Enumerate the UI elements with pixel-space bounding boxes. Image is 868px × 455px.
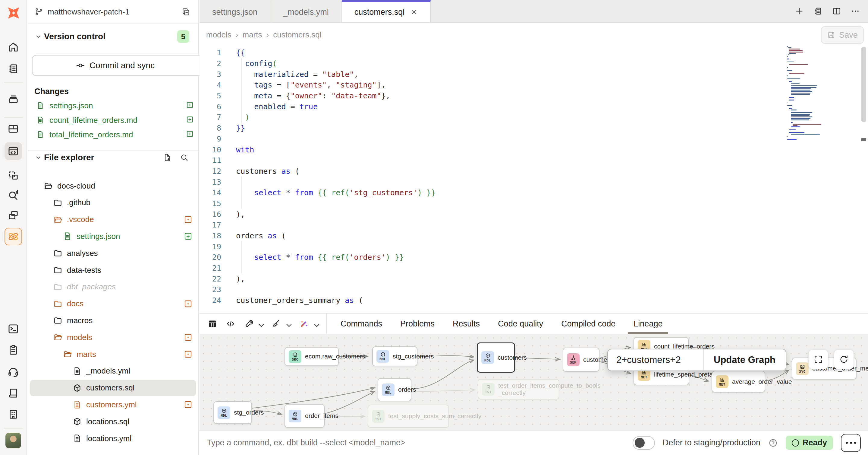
tree-item-data-tests[interactable]: data-tests (30, 262, 196, 278)
new-file-icon[interactable] (163, 153, 172, 162)
panel-tool-magic-pen-icon[interactable] (299, 319, 319, 329)
indent-guide (241, 198, 242, 209)
save-button[interactable]: Save (821, 26, 864, 44)
lineage-node-ecom.raw_customers[interactable]: SRCecom.raw_customers (284, 347, 339, 366)
tree-item-marts[interactable]: marts (30, 346, 196, 362)
stage-file-plus-icon[interactable] (181, 101, 191, 110)
rail-item-clipboard-icon[interactable] (4, 341, 22, 359)
lineage-node-average_order_value[interactable]: METaverage_order_value (712, 371, 765, 393)
changed-file-row[interactable]: count_lifetime_orders.md (32, 113, 194, 127)
lineage-node-stg_customers[interactable]: MDLstg_customers (372, 346, 417, 366)
panel-tool-table-grid-icon[interactable] (207, 319, 218, 329)
file-tree-folder-open-icon (63, 349, 72, 359)
defer-toggle[interactable] (632, 436, 655, 450)
tab-_models.yml[interactable]: _models.yml (270, 0, 342, 22)
commit-and-sync-button[interactable]: Commit and sync (32, 55, 217, 76)
lineage-selector-input[interactable]: 2+customers+2 (608, 349, 703, 371)
rail-item-frame-select-icon[interactable] (4, 167, 22, 184)
breadcrumb-marts[interactable]: marts (243, 30, 262, 39)
panel-tab-lineage[interactable]: Lineage (624, 313, 672, 334)
rail-item-search-insights-icon[interactable] (4, 187, 22, 204)
editor-minimap[interactable] (787, 46, 834, 145)
rail-item-code-editor-icon[interactable] (4, 142, 22, 160)
tree-item-settings.json[interactable]: settings.json (30, 228, 196, 245)
rail-item-building-icon[interactable] (4, 405, 22, 423)
tree-item-docs[interactable]: docs (30, 296, 196, 312)
file-explorer-header[interactable]: File explorer (28, 150, 198, 165)
panel-tab-code-quality[interactable]: Code quality (489, 313, 552, 334)
lineage-node-stg_orders[interactable]: MDLstg_orders (213, 401, 252, 424)
notebook-icon[interactable] (813, 6, 823, 16)
search-icon[interactable] (180, 153, 189, 162)
tree-item-docs-cloud[interactable]: docs-cloud (30, 178, 196, 194)
copy-branch-icon[interactable] (180, 6, 192, 18)
lineage-node-orders[interactable]: MDLorders (378, 378, 411, 401)
help-icon[interactable] (768, 438, 778, 448)
lineage-node-customers[interactable]: SEMcustomers (563, 348, 599, 372)
changed-file-row[interactable]: settings.json (32, 98, 194, 113)
staged-plus-icon[interactable] (183, 231, 193, 241)
panel-tool-code-slash-icon[interactable] (225, 319, 236, 329)
tree-item-.github[interactable]: .github (30, 195, 196, 211)
git-branch-selector[interactable]: matthewshaver-patch-1 (28, 0, 198, 24)
lineage-node-order_items[interactable]: MDLorder_items (284, 404, 324, 428)
rail-item-terminal-icon[interactable] (4, 320, 22, 338)
tree-item-locations.sql[interactable]: locations.sql (30, 414, 196, 430)
fullscreen-button[interactable] (808, 349, 828, 369)
tree-item-analyses[interactable]: analyses (30, 245, 196, 261)
tree-item-.vscode[interactable]: .vscode (30, 211, 196, 228)
stage-file-plus-icon[interactable] (181, 130, 191, 139)
version-control-header[interactable]: Version control 5 (28, 29, 198, 44)
chevron-down-icon[interactable] (312, 320, 319, 328)
changed-file-row[interactable]: total_lifetime_orders.md (32, 127, 194, 142)
user-avatar[interactable] (5, 433, 21, 448)
more-actions-button[interactable] (841, 434, 861, 452)
rail-item-headset-icon[interactable] (4, 363, 22, 381)
lineage-canvas[interactable]: SRCecom.raw_customersMDLstg_customersMDL… (199, 334, 868, 431)
tree-item-models[interactable]: models (30, 329, 196, 345)
rail-item-book-icon[interactable] (4, 385, 22, 402)
stage-file-plus-icon[interactable] (181, 115, 191, 125)
tab-settings.json[interactable]: settings.json (199, 0, 270, 22)
modified-dot-icon[interactable] (183, 333, 193, 342)
tab-customers.sql[interactable]: customers.sql (342, 0, 431, 22)
chevron-down-icon[interactable] (256, 320, 264, 328)
panel-tab-problems[interactable]: Problems (391, 313, 444, 334)
rail-item-stack-icon[interactable] (4, 90, 22, 107)
chevron-down-icon[interactable] (284, 320, 291, 328)
rail-item-notebook-icon[interactable] (4, 60, 22, 78)
refresh-graph-button[interactable] (834, 349, 854, 369)
editor-scrollbar[interactable] (861, 47, 866, 122)
lineage-node-test_order_items_compute_to_bools[interactable]: TSTtest_order_items_compute_to_bools _co… (478, 379, 559, 399)
rail-item-windows-icon[interactable] (4, 206, 22, 224)
panel-tab-commands[interactable]: Commands (332, 313, 391, 334)
tree-item-locations.yml[interactable]: locations.yml (30, 430, 196, 447)
code-editor[interactable]: models › marts › customers.sql Save 1{{2… (199, 24, 868, 313)
tree-item-customers.yml[interactable]: customers.yml (30, 396, 196, 413)
tree-item-_models.yml[interactable]: _models.yml (30, 363, 196, 379)
panel-tab-results[interactable]: Results (444, 313, 489, 334)
split-view-icon[interactable] (832, 6, 841, 16)
close-tab-icon[interactable] (410, 8, 418, 16)
lineage-node-test_supply_costs_sum_correctly[interactable]: TSTtest_supply_costs_sum_correctly (368, 405, 449, 428)
breadcrumb-models[interactable]: models (206, 30, 231, 39)
panel-tool-wrench-icon[interactable] (244, 319, 264, 329)
update-graph-button[interactable]: Update Graph (703, 349, 786, 371)
rail-item-home-icon[interactable] (4, 38, 22, 56)
modified-dot-icon[interactable] (183, 299, 193, 309)
breadcrumb-file[interactable]: customers.sql (273, 30, 321, 39)
rail-item-dashboard-icon[interactable] (4, 120, 22, 138)
tree-item-macros[interactable]: macros (30, 312, 196, 329)
tree-item-customers.sql[interactable]: customers.sql (30, 380, 196, 396)
new-tab-icon[interactable] (795, 6, 804, 16)
rail-item-copilot-atom-icon[interactable] (4, 228, 22, 245)
tree-item-dbt_packages[interactable]: dbt_packages (30, 279, 196, 295)
command-input[interactable]: Type a command, ex. dbt build --select <… (207, 438, 632, 448)
lineage-node-customers[interactable]: MDLcustomers (477, 342, 515, 373)
panel-tool-broom-icon[interactable] (271, 319, 291, 329)
modified-dot-icon[interactable] (183, 400, 193, 409)
modified-dot-icon[interactable] (183, 215, 193, 225)
more-options-icon[interactable] (850, 6, 860, 16)
modified-dot-icon[interactable] (183, 349, 193, 359)
panel-tab-compiled-code[interactable]: Compiled code (552, 313, 624, 334)
